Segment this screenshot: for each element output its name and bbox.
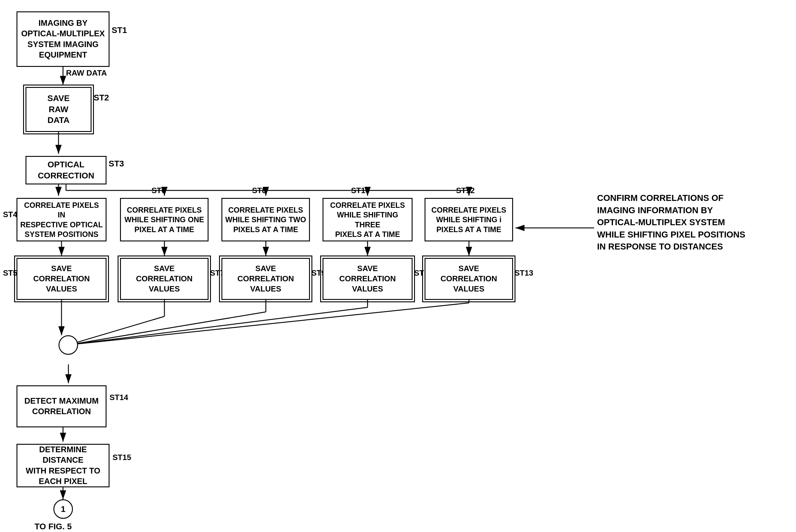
st5-text: SAVE CORRELATION VALUES [33,264,90,294]
st3-step: ST3 [109,159,124,169]
svg-line-20 [69,312,266,345]
st2-step: ST2 [94,93,109,102]
st13-step: ST13 [515,268,533,278]
st6-text: CORRELATE PIXELS WHILE SHIFTING ONE PIXE… [125,205,204,234]
st8-text: CORRELATE PIXELS WHILE SHIFTING TWO PIXE… [225,205,306,234]
st9-box: SAVE CORRELATION VALUES [221,258,310,300]
st14-box: DETECT MAXIMUM CORRELATION [17,385,107,428]
st15-box: DETERMINE DISTANCE WITH RESPECT TO EACH … [17,444,110,487]
st2-box: SAVE RAW DATA [25,87,92,132]
st8-box: CORRELATE PIXELS WHILE SHIFTING TWO PIXE… [221,198,310,242]
st11-box: SAVE CORRELATION VALUES [322,258,412,300]
terminal-label: 1 [61,505,66,514]
st15-step: ST15 [112,453,131,462]
st9-text: SAVE CORRELATION VALUES [237,264,294,294]
st1-label: IMAGING BY OPTICAL-MULTIPLEX SYSTEM IMAG… [21,18,105,60]
st14-step: ST14 [110,393,128,402]
st5-box: SAVE CORRELATION VALUES [17,258,107,300]
st10-text: CORRELATE PIXELS WHILE SHIFTING THREE PI… [326,200,409,239]
st6-box: CORRELATE PIXELS WHILE SHIFTING ONE PIXE… [120,198,208,242]
to-fig5-label: TO FIG. 5 [35,522,72,531]
st13-text: SAVE CORRELATION VALUES [441,264,497,294]
st7-text: SAVE CORRELATION VALUES [136,264,192,294]
st6-step: ST6 [151,186,166,195]
st12-box: CORRELATE PIXELS WHILE SHIFTING i PIXELS… [425,198,513,242]
st4-box: CORRELATE PIXELS IN RESPECTIVE OPTICAL S… [17,198,107,242]
svg-line-18 [69,316,164,345]
junction-circle [58,335,78,355]
st11-text: SAVE CORRELATION VALUES [339,264,396,294]
st13-box: SAVE CORRELATION VALUES [425,258,513,300]
st1-step: ST1 [112,25,127,35]
svg-line-24 [69,303,469,345]
st15-text: DETERMINE DISTANCE WITH RESPECT TO EACH … [20,444,106,487]
st2-text: SAVE RAW DATA [48,93,70,126]
confirm-correlations-text: CONFIRM CORRELATIONS OF IMAGING INFORMAT… [597,192,753,253]
raw-data-label: RAW DATA [66,69,107,78]
st7-box: SAVE CORRELATION VALUES [120,258,208,300]
st3-text: OPTICAL CORRECTION [38,159,94,181]
st10-box: CORRELATE PIXELS WHILE SHIFTING THREE PI… [322,198,412,242]
st12-step: ST12 [456,186,475,195]
svg-line-22 [69,307,368,345]
st4-step: ST4 [3,210,17,219]
st12-text: CORRELATE PIXELS WHILE SHIFTING i PIXELS… [431,205,506,234]
st4-text: CORRELATE PIXELS IN RESPECTIVE OPTICAL S… [20,200,103,239]
st10-step: ST10 [351,186,370,195]
st3-box: OPTICAL CORRECTION [25,156,107,185]
st1-box: IMAGING BY OPTICAL-MULTIPLEX SYSTEM IMAG… [17,12,110,67]
st14-text: DETECT MAXIMUM CORRELATION [24,396,98,417]
st5-step: ST5 [3,268,17,278]
st8-step: ST8 [252,186,266,195]
terminal-circle: 1 [53,499,73,519]
